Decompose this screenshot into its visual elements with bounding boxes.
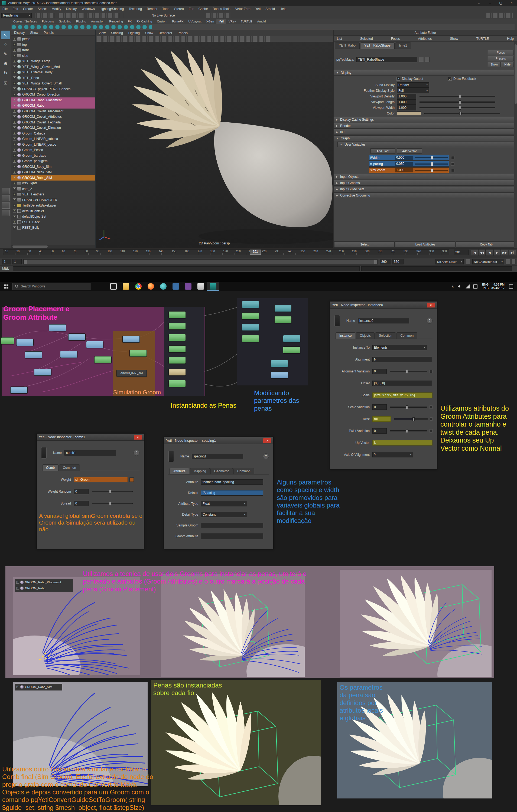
tray-chevron-icon[interactable]: ∧: [452, 285, 454, 288]
shelf-tab[interactable]: Sculpting: [57, 19, 74, 24]
outliner-item[interactable]: + GROOM_Corpo_Direction: [11, 92, 95, 97]
alignment-variation-field[interactable]: 0: [372, 369, 387, 374]
shelf-tab[interactable]: Yeti: [216, 19, 226, 24]
expand-plus-icon[interactable]: +: [13, 198, 16, 201]
axis-of-alignment-dropdown[interactable]: Y▾: [372, 452, 413, 458]
expand-plus-icon[interactable]: +: [13, 215, 16, 218]
alignment-field[interactable]: N: [372, 357, 432, 362]
menu-item[interactable]: Yeti: [253, 6, 263, 12]
outliner-item[interactable]: + Groom_LINEAR_pesco: [11, 142, 95, 147]
outliner-item[interactable]: + GROOM_Covert_Placement: [11, 109, 95, 114]
expand-plus-icon[interactable]: +: [13, 43, 16, 46]
graph-node[interactable]: [168, 311, 186, 318]
variable-value-field[interactable]: 1.000: [395, 168, 413, 172]
help-button[interactable]: ?: [134, 450, 139, 456]
expand-plus-icon[interactable]: +: [13, 65, 16, 68]
layout-single-button[interactable]: [2, 188, 10, 194]
outliner-item[interactable]: + Groom_LINEAR_cabeca: [11, 136, 95, 142]
selection-mask-strip[interactable]: [59, 13, 84, 18]
menu-item[interactable]: Stereo: [172, 6, 186, 12]
outliner-item[interactable]: + defaultLightSet: [11, 208, 95, 214]
graph-node[interactable]: [274, 316, 292, 323]
variable-slider[interactable]: [415, 170, 448, 171]
menu-item[interactable]: Edit: [10, 6, 21, 12]
inspector-tab[interactable]: Common: [234, 468, 254, 474]
character-set-dropdown[interactable]: No Character Set▾: [472, 259, 504, 264]
mel-input[interactable]: [13, 266, 360, 271]
outliner-menu-item[interactable]: Show: [27, 30, 41, 35]
shelf-tab[interactable]: XGen: [204, 19, 216, 24]
outliner-item[interactable]: + GROOM_Body_Sim: [11, 164, 95, 170]
anim-preferences-icon[interactable]: [511, 259, 516, 264]
window-titlebar[interactable]: Yeti - Node Inspector - spacing1 ×: [164, 437, 273, 444]
yeti-shelf-icons[interactable]: [11, 24, 152, 30]
ae-tab[interactable]: time1: [395, 42, 411, 49]
expand-plus-icon[interactable]: +: [13, 226, 16, 229]
instance-to-dropdown[interactable]: Elements▾: [372, 345, 427, 350]
add-float-button[interactable]: Add Float: [371, 148, 396, 154]
spread-slider[interactable]: [92, 503, 133, 504]
expand-plus-icon[interactable]: +: [13, 98, 16, 102]
outliner-item[interactable]: + Groom_Cabeca: [11, 131, 95, 137]
default-field[interactable]: fSpacing: [201, 490, 263, 496]
anim-layer-dropdown[interactable]: No Anim Layer▾: [435, 259, 464, 264]
time-slider[interactable]: 1020304050607080901001101201301401501601…: [0, 248, 517, 258]
play-forwards-button[interactable]: ▶: [493, 249, 501, 256]
weight-field[interactable]: simGroom: [74, 477, 128, 482]
section-graph[interactable]: ▼ Graph: [334, 135, 517, 141]
graph-node[interactable]: [68, 334, 86, 341]
outliner-item[interactable]: + GROOM_Rabo: [15, 585, 73, 591]
outliner-menu-item[interactable]: Display: [11, 30, 27, 35]
outliner-item[interactable]: + YETI_Wings_Covert_Med: [11, 64, 95, 70]
ae-footer-button[interactable]: Select: [334, 241, 394, 248]
range-bar[interactable]: 1: [23, 259, 378, 264]
outliner-item[interactable]: + YETI_Feathers: [11, 192, 95, 197]
current-frame-marker[interactable]: 201: [250, 250, 261, 255]
playback-end-field[interactable]: 360: [380, 259, 391, 264]
variable-checkbox[interactable]: [451, 156, 455, 160]
app-slot-gray[interactable]: [194, 282, 207, 291]
move-tool-icon[interactable]: ⊕: [1, 59, 10, 68]
ae-menu-item[interactable]: List: [337, 36, 342, 41]
render-icons-strip[interactable]: [206, 13, 231, 18]
shelf-tab[interactable]: Arnold: [255, 19, 268, 24]
menu-item[interactable]: Modify: [49, 6, 63, 12]
inspector-tab[interactable]: Instance: [335, 332, 355, 339]
outliner-item[interactable]: + persp: [11, 36, 95, 42]
window-titlebar[interactable]: Yeti - Node Inspector - instance0 ×: [330, 301, 437, 309]
expand-plus-icon[interactable]: +: [13, 110, 16, 113]
start-button[interactable]: [0, 282, 12, 291]
menu-item[interactable]: Arnold: [263, 6, 277, 12]
user-variable-row[interactable]: fWidth 0.500: [369, 154, 517, 161]
viewport-toolbar-icons[interactable]: [97, 36, 270, 42]
graph-node[interactable]: [123, 336, 140, 343]
viewport-density-slider[interactable]: [419, 96, 495, 97]
shelf-tab[interactable]: TURTLE: [238, 19, 255, 24]
inspector-tab[interactable]: Mapping: [190, 468, 210, 474]
presets-button[interactable]: Presets: [488, 56, 514, 61]
checkbox[interactable]: [430, 429, 433, 433]
expand-plus-icon[interactable]: +: [13, 126, 16, 129]
inspector-tab[interactable]: Selection: [375, 332, 396, 339]
collapsed-section-header[interactable]: ▶ Input Guide Sets: [334, 186, 517, 192]
graph-node[interactable]: [168, 345, 186, 352]
help-button[interactable]: ?: [427, 318, 433, 324]
play-backwards-button[interactable]: ◀: [486, 249, 493, 256]
inspector-tab[interactable]: Common: [397, 332, 417, 339]
outliner-item[interactable]: + YETI_Wings_Large: [11, 58, 95, 64]
action-center-icon[interactable]: [509, 285, 513, 289]
paint-select-tool-icon[interactable]: ✎: [1, 50, 10, 58]
outliner-item[interactable]: + front: [11, 47, 95, 53]
expand-plus-icon[interactable]: +: [13, 87, 16, 90]
variable-value-field[interactable]: 0.500: [395, 156, 413, 160]
collapsed-section-header[interactable]: ▶ I/O: [334, 129, 517, 135]
graph-node[interactable]: [168, 323, 186, 330]
graph-node[interactable]: [49, 324, 66, 331]
file-explorer-slot[interactable]: [120, 282, 132, 291]
anim-start-field[interactable]: 1: [2, 259, 11, 264]
expand-plus-icon[interactable]: +: [13, 171, 16, 174]
shelf-tab[interactable]: Custom: [155, 19, 170, 24]
shelf-tab[interactable]: Rigging: [74, 19, 88, 24]
shelf-tab[interactable]: Polygons: [39, 19, 56, 24]
variable-value-field[interactable]: 0.050: [395, 162, 413, 166]
